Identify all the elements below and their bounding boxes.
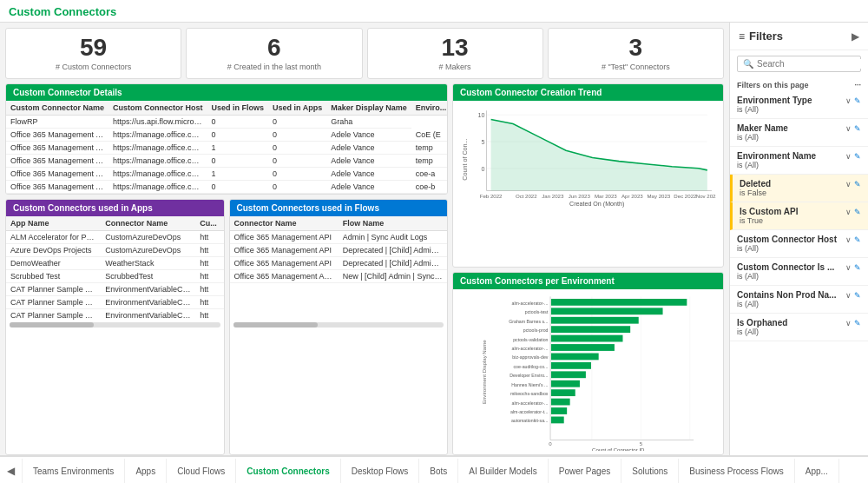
- card-number: 3: [629, 36, 643, 60]
- table-row[interactable]: FlowRPhttps://us.api.flow.microsoft.c om…: [6, 116, 447, 129]
- filter-chevron-icon[interactable]: ∨: [845, 291, 852, 300]
- tab-nav-back[interactable]: ◀: [0, 459, 23, 483]
- creation-trend-header: Custom Connector Creation Trend: [453, 84, 723, 101]
- filter-chevron-icon[interactable]: ∨: [845, 235, 852, 244]
- svg-marker-10: [491, 119, 707, 190]
- filter-item-name: Environment Name: [737, 151, 816, 161]
- table-row[interactable]: Office 365 Management APIhttps://manage.…: [6, 155, 447, 168]
- table-row[interactable]: CAT Planner Sample AppEnvironmentVariabl…: [6, 309, 224, 321]
- filters-more-options[interactable]: ···: [854, 81, 861, 89]
- svg-text:Count of Con...: Count of Con...: [462, 138, 469, 180]
- svg-rect-52: [551, 398, 570, 405]
- tab-custom-connectors[interactable]: Custom Connectors: [236, 459, 341, 483]
- table-row[interactable]: Office 365 Management APIDeprecated | [C…: [230, 244, 448, 257]
- filter-item-name: Contains Non Prod Na...: [737, 290, 836, 300]
- table-row[interactable]: Office 365 Management APIhttps://manage.…: [6, 129, 447, 142]
- filter-edit-icon[interactable]: ✎: [854, 124, 861, 133]
- filters-search-box[interactable]: 🔍: [737, 56, 861, 72]
- tab-cloud-flows[interactable]: Cloud Flows: [167, 459, 236, 483]
- per-environment-panel: Custom Connectors per Environment Enviro…: [452, 272, 724, 456]
- svg-rect-36: [551, 326, 630, 333]
- filter-item-value: is False: [740, 189, 861, 197]
- svg-text:biz-approvals-dev: biz-approvals-dev: [512, 354, 548, 360]
- tab-bots[interactable]: Bots: [419, 459, 458, 483]
- tab-teams-environments[interactable]: Teams Environments: [23, 459, 125, 483]
- filters-header: ≡ Filters ▶: [730, 23, 868, 50]
- svg-text:pctools-validation: pctools-validation: [513, 336, 548, 341]
- tab-business-process-flows[interactable]: Business Process Flows: [679, 459, 794, 483]
- filter-item[interactable]: Deleted ∨ ✎ is False: [730, 175, 868, 202]
- creation-trend-panel: Custom Connector Creation Trend Count of…: [452, 83, 724, 268]
- filter-edit-icon[interactable]: ✎: [854, 208, 861, 216]
- filter-chevron-icon[interactable]: ∨: [845, 263, 852, 272]
- filter-chevron-icon[interactable]: ∨: [845, 180, 852, 189]
- table-row[interactable]: Office 365 Management APIDeprecated | [C…: [230, 257, 448, 270]
- table-row[interactable]: Office 365 Management APIAdmin | Sync Au…: [230, 231, 448, 244]
- svg-rect-42: [551, 353, 599, 360]
- filter-item[interactable]: Is Orphaned ∨ ✎ is (All): [730, 314, 868, 341]
- table-row[interactable]: Office 365 Management API Newhttps://man…: [6, 181, 447, 194]
- svg-rect-46: [551, 371, 586, 378]
- filter-item-value: is (All): [737, 105, 861, 114]
- tab-desktop-flows[interactable]: Desktop Flows: [341, 459, 420, 483]
- tab-app[interactable]: App...: [795, 459, 839, 483]
- table-row[interactable]: CAT Planner Sample AppEnvironmentVariabl…: [6, 296, 224, 309]
- tab-power-pages[interactable]: Power Pages: [549, 459, 621, 483]
- table-row[interactable]: Scrubbed TestScrubbedTesthtt: [6, 270, 224, 283]
- svg-text:Jun 2023: Jun 2023: [569, 193, 591, 199]
- filter-item[interactable]: Custom Connector Is ... ∨ ✎ is (All): [730, 258, 868, 286]
- table-row[interactable]: CAT Planner Sample AppEnvironmentVariabl…: [6, 283, 224, 296]
- svg-text:pctools-test: pctools-test: [525, 309, 549, 314]
- col-env: Enviro...: [411, 101, 447, 116]
- filter-edit-icon[interactable]: ✎: [854, 96, 861, 105]
- svg-rect-30: [551, 298, 687, 305]
- connector-details-table-wrapper[interactable]: Custom Connector Name Custom Connector H…: [6, 101, 447, 194]
- filter-item-value: is (All): [737, 300, 861, 308]
- filter-item[interactable]: Environment Name ∨ ✎ is (All): [730, 147, 868, 175]
- card-number: 59: [80, 36, 107, 60]
- filter-item[interactable]: Custom Connector Host ∨ ✎ is (All): [730, 230, 868, 258]
- svg-text:5: 5: [640, 440, 643, 446]
- svg-text:Apr 2023: Apr 2023: [621, 193, 643, 199]
- filter-chevron-icon[interactable]: ∨: [845, 152, 852, 161]
- filter-chevron-icon[interactable]: ∨: [845, 124, 852, 133]
- tab-apps[interactable]: Apps: [125, 459, 167, 483]
- card-number: 13: [442, 36, 469, 60]
- used-in-flows-table-wrapper[interactable]: Connector Name Flow Name Office 365 Mana…: [230, 216, 448, 321]
- table-row[interactable]: DemoWeatherWeatherStackhtt: [6, 257, 224, 270]
- used-in-apps-table-wrapper[interactable]: App Name Connector Name Cu... ALM Accele…: [6, 216, 224, 321]
- connector-details-panel: Custom Connector Details Custom Connecto…: [5, 83, 448, 195]
- filter-edit-icon[interactable]: ✎: [854, 152, 861, 161]
- filter-edit-icon[interactable]: ✎: [854, 291, 861, 300]
- table-row[interactable]: Office 365 Management APIhttps://manage.…: [6, 142, 447, 155]
- svg-text:Dec 2022: Dec 2022: [674, 193, 697, 199]
- filter-item[interactable]: Is Custom API ∨ ✎ is True: [730, 202, 868, 230]
- table-row[interactable]: ALM Accelerator for Power PlatformCustom…: [6, 231, 224, 244]
- filter-item[interactable]: Environment Type ∨ ✎ is (All): [730, 91, 868, 119]
- filter-edit-icon[interactable]: ✎: [854, 319, 861, 328]
- filter-item-name: Custom Connector Host: [737, 235, 837, 244]
- used-in-apps-panel: Custom Connectors used in Apps App Name …: [5, 199, 225, 455]
- filter-edit-icon[interactable]: ✎: [854, 180, 861, 189]
- filter-edit-icon[interactable]: ✎: [854, 235, 861, 244]
- filter-item[interactable]: Maker Name ∨ ✎ is (All): [730, 119, 868, 147]
- filter-item-name: Deleted: [740, 179, 771, 189]
- tab-solutions[interactable]: Solutions: [621, 459, 679, 483]
- filters-expand-button[interactable]: ▶: [852, 30, 859, 43]
- table-row[interactable]: Azure DevOps ProjectsCustomAzureDevOpsht…: [6, 244, 224, 257]
- table-row[interactable]: Office 365 Management API Newhttps://man…: [6, 168, 447, 181]
- col-conn-name: Connector Name: [101, 216, 195, 231]
- filter-chevron-icon[interactable]: ∨: [845, 208, 852, 216]
- filters-on-page-label: Filters on this page ···: [730, 77, 868, 91]
- filter-item[interactable]: Contains Non Prod Na... ∨ ✎ is (All): [730, 286, 868, 314]
- filter-chevron-icon[interactable]: ∨: [845, 96, 852, 105]
- svg-text:automationkit-sa...: automationkit-sa...: [511, 418, 549, 423]
- horizontal-scrollbar-flows[interactable]: [233, 322, 444, 328]
- table-row[interactable]: Office 365 Management API NewNew | [Chil…: [230, 270, 448, 283]
- filter-chevron-icon[interactable]: ∨: [845, 319, 852, 328]
- tab-ai-builder-models[interactable]: AI Builder Models: [458, 459, 548, 483]
- svg-text:0: 0: [482, 166, 485, 173]
- filter-edit-icon[interactable]: ✎: [854, 263, 861, 272]
- filters-search-input[interactable]: [757, 59, 867, 69]
- horizontal-scrollbar[interactable]: [10, 322, 220, 328]
